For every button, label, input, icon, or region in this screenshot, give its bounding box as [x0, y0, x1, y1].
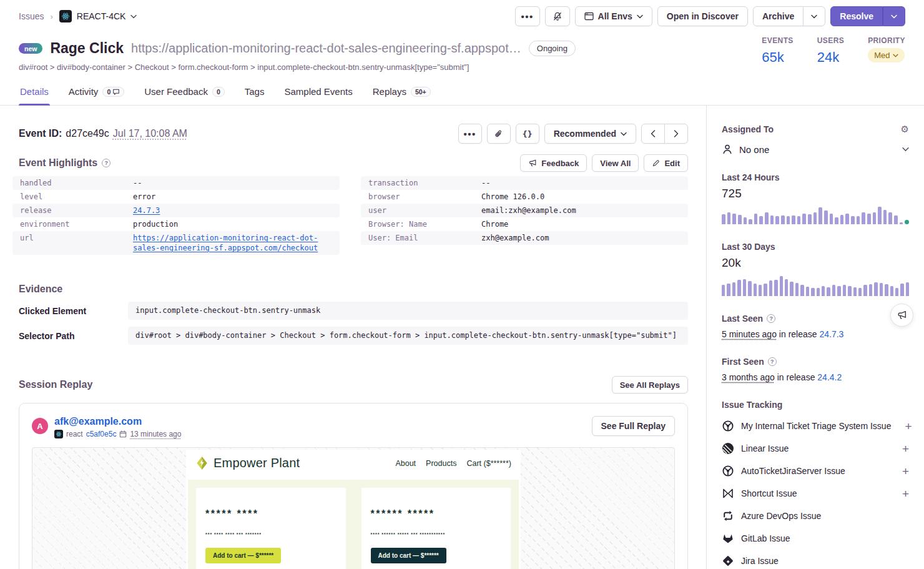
view-all-button[interactable]: View All: [592, 154, 639, 172]
paperclip-icon: [494, 129, 503, 139]
evidence-value: div#root > div#body-container > Checkout…: [128, 327, 688, 345]
edit-highlights-button[interactable]: Edit: [644, 154, 688, 172]
breadcrumb-project[interactable]: REACT-4CK: [59, 10, 137, 22]
chevron-down-icon: [637, 14, 643, 19]
event-more-button[interactable]: •••: [458, 124, 482, 144]
previous-event-button[interactable]: [641, 124, 665, 144]
highlight-value[interactable]: https://application-monitoring-react-dot…: [133, 233, 318, 253]
replay-viewport[interactable]: Empower Plant AboutProductsCart ($******…: [32, 447, 675, 569]
more-options-button[interactable]: •••: [515, 6, 540, 26]
status-badge[interactable]: Ongoing: [529, 41, 576, 56]
event-selector-dropdown[interactable]: Recommended: [544, 124, 636, 144]
issue-tracking-item[interactable]: Azure DevOps Issue: [722, 510, 909, 522]
highlight-row: useremail:zxh@example.com: [361, 204, 688, 217]
empower-plant-logo: [195, 456, 209, 470]
chart-bar: [837, 286, 840, 296]
assignee-dropdown[interactable]: No one: [722, 144, 909, 155]
copy-link-button[interactable]: [487, 124, 511, 144]
site-nav-link[interactable]: About: [395, 459, 416, 468]
issue-tracking-item[interactable]: My Internal Ticket Triage System Issue+: [722, 420, 909, 432]
chart-bar: [878, 207, 882, 224]
mute-notifications-button[interactable]: [545, 6, 570, 26]
chart-bar: [858, 288, 862, 296]
tab-sampled-events[interactable]: Sampled Events: [283, 81, 353, 105]
events-count-link[interactable]: 65k: [762, 49, 793, 66]
archive-dropdown-button[interactable]: [803, 6, 825, 26]
help-icon[interactable]: ?: [768, 357, 777, 366]
gear-icon[interactable]: ⚙: [901, 125, 909, 134]
help-icon[interactable]: ?: [102, 159, 111, 167]
issue-stats: EVENTS 65k USERS 24k PRIORITY Med: [762, 36, 905, 66]
priority-dropdown[interactable]: Med: [868, 48, 905, 62]
feedback-float-button[interactable]: [890, 304, 913, 327]
chart-bar: [759, 216, 763, 224]
chart-bar: [764, 284, 767, 296]
chart-bar: [749, 219, 752, 224]
add-to-cart-button[interactable]: Add to cart — $******: [205, 548, 281, 563]
chart-bar: [727, 284, 730, 296]
tab-activity[interactable]: Activity0: [67, 81, 125, 105]
environment-selector[interactable]: All Envs: [575, 6, 652, 26]
add-to-cart-button[interactable]: Add to cart — $******: [371, 548, 446, 563]
site-nav-link[interactable]: Cart ($******): [466, 459, 511, 468]
chart-bar: [775, 216, 779, 224]
issue-tracking-item[interactable]: GitLab Issue: [722, 532, 909, 545]
react-project-icon: [54, 430, 63, 438]
last-seen-release-link[interactable]: 24.7.3: [819, 329, 843, 339]
archive-button[interactable]: Archive: [753, 6, 804, 26]
sidebar: Assigned To ⚙ No one Last 24 Hours 725 L…: [707, 106, 924, 569]
first-seen-release-link[interactable]: 24.4.2: [817, 372, 842, 382]
highlight-key: environment: [20, 219, 133, 229]
chart-bar: [885, 284, 888, 296]
users-count-link[interactable]: 24k: [817, 49, 844, 66]
highlight-key: handled: [20, 178, 133, 188]
add-issue-button[interactable]: +: [902, 443, 909, 455]
issue-tracking-label: Azure DevOps Issue: [741, 511, 821, 521]
feedback-button[interactable]: Feedback: [520, 154, 587, 172]
last-seen-title: Last Seen?: [722, 314, 775, 324]
chart-bar: [780, 276, 783, 296]
add-issue-button[interactable]: +: [902, 465, 909, 477]
add-issue-button[interactable]: +: [905, 420, 912, 432]
highlight-value[interactable]: 24.7.3: [133, 205, 160, 215]
chart-bar: [727, 212, 731, 224]
pencil-icon: [652, 159, 660, 167]
tab-badge: 0: [212, 87, 225, 97]
issue-tracking-item[interactable]: Linear Issue+: [722, 442, 909, 455]
see-all-replays-button[interactable]: See All Replays: [612, 376, 688, 393]
issue-tracking-item[interactable]: AutoTicketJiraServer Issue+: [722, 465, 909, 477]
tab-user-feedback[interactable]: User Feedback0: [143, 81, 226, 105]
issue-tracking-label: AutoTicketJiraServer Issue: [741, 466, 845, 476]
next-event-button[interactable]: [664, 124, 688, 144]
highlight-key: release: [20, 205, 133, 215]
issue-tracking-item[interactable]: Shortcut Issue+: [722, 487, 909, 500]
issue-title: Rage Click: [50, 40, 124, 57]
breadcrumb-issues[interactable]: Issues: [19, 11, 44, 21]
add-issue-button[interactable]: +: [902, 488, 909, 500]
replay-id-link[interactable]: c5af0e5c: [86, 430, 117, 438]
site-brand: Empower Plant: [195, 456, 300, 470]
issue-tracking-item[interactable]: Jira Issue: [722, 555, 909, 567]
view-json-button[interactable]: {}: [516, 124, 539, 144]
open-in-discover-button[interactable]: Open in Discover: [657, 6, 748, 26]
chart-bar: [813, 212, 817, 224]
help-icon[interactable]: ?: [767, 314, 775, 323]
first-seen-section: First Seen? 3 months ago in release 24.4…: [722, 357, 909, 382]
chart-bar: [900, 222, 903, 224]
see-full-replay-button[interactable]: See Full Replay: [592, 416, 675, 436]
site-nav-link[interactable]: Products: [426, 459, 456, 468]
chart-bar: [737, 280, 740, 296]
chart-bar: [732, 214, 736, 224]
resolve-button[interactable]: Resolve: [830, 6, 883, 26]
new-badge: new: [19, 43, 42, 54]
last-24-hours-title: Last 24 Hours: [722, 172, 780, 182]
tab-details[interactable]: Details: [19, 81, 50, 105]
highlight-key: user: [368, 205, 481, 215]
chart-bar: [843, 285, 846, 296]
chevron-down-icon: [893, 54, 898, 57]
tab-replays[interactable]: Replays50+: [371, 81, 432, 105]
tab-tags[interactable]: Tags: [243, 81, 266, 105]
replay-user-link[interactable]: afk@example.com: [54, 416, 181, 427]
last-30-days-count: 20k: [722, 256, 909, 270]
resolve-dropdown-button[interactable]: [883, 6, 905, 26]
